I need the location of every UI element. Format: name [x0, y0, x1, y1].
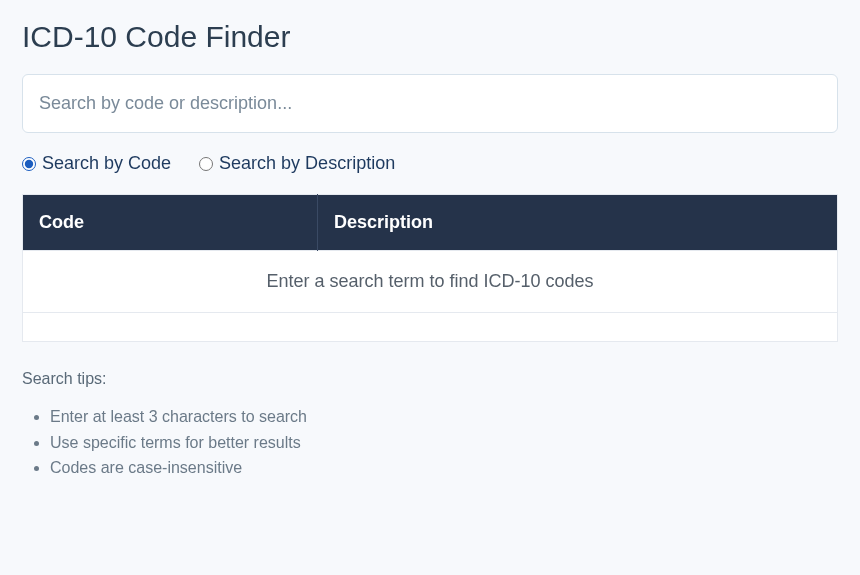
tips-heading: Search tips:	[22, 370, 838, 388]
search-by-description-label: Search by Description	[219, 153, 395, 174]
search-by-description-radio[interactable]	[199, 157, 213, 171]
page-title: ICD-10 Code Finder	[22, 20, 838, 54]
search-by-description-option[interactable]: Search by Description	[199, 153, 395, 174]
search-by-code-label: Search by Code	[42, 153, 171, 174]
empty-state-row: Enter a search term to find ICD-10 codes	[23, 251, 838, 313]
search-by-code-radio[interactable]	[22, 157, 36, 171]
column-header-description: Description	[318, 195, 838, 251]
empty-state-message: Enter a search term to find ICD-10 codes	[23, 251, 838, 313]
tip-item: Codes are case-insensitive	[50, 455, 838, 481]
tip-item: Use specific terms for better results	[50, 430, 838, 456]
column-header-code: Code	[23, 195, 318, 251]
results-table: Code Description Enter a search term to …	[22, 194, 838, 342]
search-mode-group: Search by Code Search by Description	[22, 153, 838, 174]
tip-item: Enter at least 3 characters to search	[50, 404, 838, 430]
search-by-code-option[interactable]: Search by Code	[22, 153, 171, 174]
tips-list: Enter at least 3 characters to search Us…	[22, 404, 838, 481]
search-input[interactable]	[22, 74, 838, 133]
table-footer-row	[23, 313, 838, 342]
search-tips-section: Search tips: Enter at least 3 characters…	[22, 370, 838, 481]
